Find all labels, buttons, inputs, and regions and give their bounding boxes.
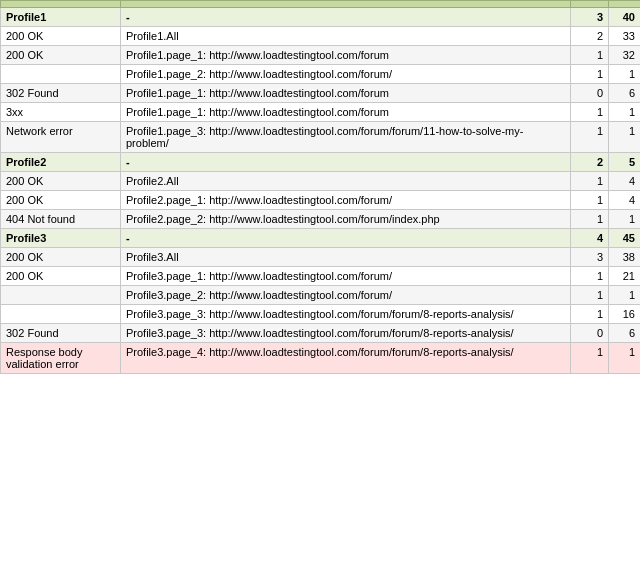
cell-pages: 2 — [571, 153, 609, 172]
cell-code: 200 OK — [1, 267, 121, 286]
cell-hits: 1 — [609, 286, 641, 305]
col-header-code — [1, 1, 121, 8]
cell-hits: 16 — [609, 305, 641, 324]
cell-pages: 2 — [571, 27, 609, 46]
cell-pages: 0 — [571, 324, 609, 343]
table-row: Profile1-340 — [1, 8, 641, 27]
cell-hits: 21 — [609, 267, 641, 286]
cell-hits: 4 — [609, 191, 641, 210]
cell-code: 200 OK — [1, 172, 121, 191]
col-header-hits — [609, 1, 641, 8]
cell-request: Profile3.page_3: http://www.loadtestingt… — [121, 324, 571, 343]
cell-request: Profile1.page_1: http://www.loadtestingt… — [121, 103, 571, 122]
cell-request: - — [121, 8, 571, 27]
cell-hits: 1 — [609, 103, 641, 122]
cell-pages: 0 — [571, 84, 609, 103]
cell-hits: 4 — [609, 172, 641, 191]
cell-pages: 1 — [571, 267, 609, 286]
table-row: 200 OKProfile3.All338 — [1, 248, 641, 267]
cell-hits: 1 — [609, 122, 641, 153]
cell-request: Profile1.All — [121, 27, 571, 46]
table-row: Profile3-445 — [1, 229, 641, 248]
cell-pages: 1 — [571, 191, 609, 210]
cell-pages: 1 — [571, 305, 609, 324]
table-row: 3xxProfile1.page_1: http://www.loadtesti… — [1, 103, 641, 122]
table-row: Response bodyvalidation errorProfile3.pa… — [1, 343, 641, 374]
cell-hits: 40 — [609, 8, 641, 27]
cell-pages: 1 — [571, 46, 609, 65]
cell-code: Response bodyvalidation error — [1, 343, 121, 374]
table-row: 200 OKProfile1.page_1: http://www.loadte… — [1, 46, 641, 65]
cell-pages: 3 — [571, 248, 609, 267]
cell-code — [1, 286, 121, 305]
table-row: Profile3.page_3: http://www.loadtestingt… — [1, 305, 641, 324]
cell-code: Profile2 — [1, 153, 121, 172]
cell-request: Profile2.page_2: http://www.loadtestingt… — [121, 210, 571, 229]
col-header-pages — [571, 1, 609, 8]
cell-pages: 1 — [571, 286, 609, 305]
cell-request: Profile3.page_1: http://www.loadtestingt… — [121, 267, 571, 286]
cell-request: - — [121, 229, 571, 248]
cell-request: Profile3.All — [121, 248, 571, 267]
table-row: 302 FoundProfile1.page_1: http://www.loa… — [1, 84, 641, 103]
cell-code: 302 Found — [1, 84, 121, 103]
cell-request: Profile3.page_2: http://www.loadtestingt… — [121, 286, 571, 305]
cell-pages: 3 — [571, 8, 609, 27]
cell-request: Profile3.page_3: http://www.loadtestingt… — [121, 305, 571, 324]
cell-code: Network error — [1, 122, 121, 153]
table-row: Profile2-25 — [1, 153, 641, 172]
cell-request: Profile1.page_1: http://www.loadtestingt… — [121, 84, 571, 103]
cell-code: Profile3 — [1, 229, 121, 248]
cell-request: Profile2.page_1: http://www.loadtestingt… — [121, 191, 571, 210]
cell-pages: 1 — [571, 103, 609, 122]
cell-code: 302 Found — [1, 324, 121, 343]
cell-pages: 1 — [571, 122, 609, 153]
cell-hits: 6 — [609, 324, 641, 343]
cell-code: 404 Not found — [1, 210, 121, 229]
cell-code — [1, 65, 121, 84]
cell-code: 200 OK — [1, 248, 121, 267]
table-row: Network errorProfile1.page_3: http://www… — [1, 122, 641, 153]
table-row: Profile1.page_2: http://www.loadtestingt… — [1, 65, 641, 84]
table-row: 200 OKProfile2.page_1: http://www.loadte… — [1, 191, 641, 210]
cell-hits: 32 — [609, 46, 641, 65]
cell-request: Profile1.page_2: http://www.loadtestingt… — [121, 65, 571, 84]
table-row: 404 Not foundProfile2.page_2: http://www… — [1, 210, 641, 229]
cell-code: 200 OK — [1, 191, 121, 210]
table-row: Profile3.page_2: http://www.loadtestingt… — [1, 286, 641, 305]
cell-hits: 1 — [609, 343, 641, 374]
cell-hits: 5 — [609, 153, 641, 172]
cell-pages: 4 — [571, 229, 609, 248]
cell-code: 200 OK — [1, 46, 121, 65]
cell-pages: 1 — [571, 210, 609, 229]
cell-request: - — [121, 153, 571, 172]
cell-pages: 1 — [571, 172, 609, 191]
cell-request: Profile3.page_4: http://www.loadtestingt… — [121, 343, 571, 374]
cell-request: Profile1.page_1: http://www.loadtestingt… — [121, 46, 571, 65]
cell-code: 200 OK — [1, 27, 121, 46]
cell-code — [1, 305, 121, 324]
cell-hits: 1 — [609, 210, 641, 229]
col-header-request — [121, 1, 571, 8]
cell-hits: 6 — [609, 84, 641, 103]
cell-request: Profile2.All — [121, 172, 571, 191]
cell-hits: 45 — [609, 229, 641, 248]
cell-pages: 1 — [571, 343, 609, 374]
cell-code: Profile1 — [1, 8, 121, 27]
table-row: 200 OKProfile3.page_1: http://www.loadte… — [1, 267, 641, 286]
cell-hits: 38 — [609, 248, 641, 267]
cell-hits: 33 — [609, 27, 641, 46]
table-row: 200 OKProfile1.All233 — [1, 27, 641, 46]
cell-hits: 1 — [609, 65, 641, 84]
table-row: 200 OKProfile2.All14 — [1, 172, 641, 191]
table-row: 302 FoundProfile3.page_3: http://www.loa… — [1, 324, 641, 343]
cell-request: Profile1.page_3: http://www.loadtestingt… — [121, 122, 571, 153]
cell-code: 3xx — [1, 103, 121, 122]
cell-pages: 1 — [571, 65, 609, 84]
